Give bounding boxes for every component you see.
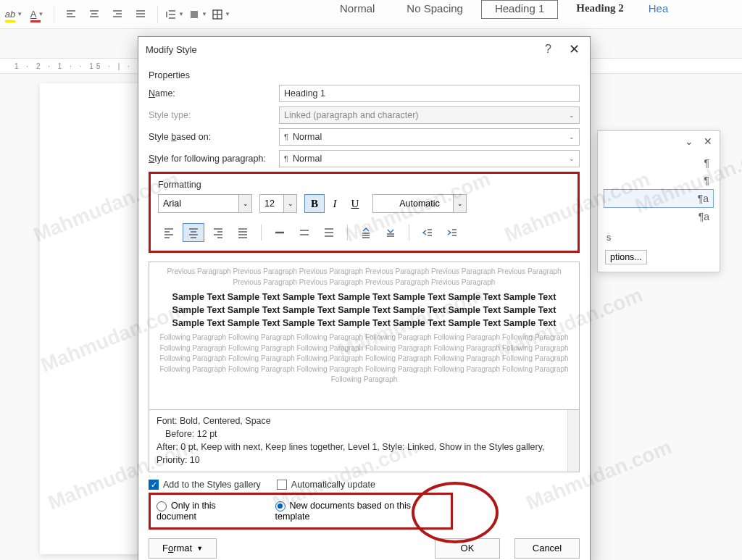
cancel-button[interactable]: Cancel [514, 538, 580, 559]
styles-pane: ⌄ ✕ ¶ ¶ ¶a ¶a s ptions... [597, 130, 720, 272]
following-label: Style for following paragraph: [149, 154, 279, 164]
pane-style-item[interactable]: ¶ [604, 154, 714, 172]
following-select[interactable]: ¶Normal⌄ [279, 150, 580, 167]
align-justify-button[interactable] [232, 223, 254, 242]
highlight-color-button[interactable]: ab▼ [4, 5, 23, 24]
italic-button[interactable]: I [325, 194, 345, 213]
align-left-button[interactable] [158, 223, 180, 242]
style-type-select: Linked (paragraph and character)⌄ [279, 106, 580, 124]
scope-radio-highlight-box: Only in this document New documents base… [149, 493, 453, 530]
underline-button[interactable]: U [345, 194, 365, 213]
style-heading1[interactable]: Heading 1 [481, 0, 558, 19]
align-left-button[interactable] [62, 5, 80, 24]
pane-style-item-selected[interactable]: ¶a [604, 189, 714, 208]
chevron-down-icon[interactable]: ⌄ [685, 135, 693, 147]
name-label: Name: [149, 88, 279, 99]
font-size-select[interactable]: 12⌄ [259, 194, 297, 213]
auto-update-checkbox[interactable]: Automatically update [277, 480, 375, 490]
line-spacing-button[interactable]: ▼ [165, 5, 184, 24]
style-normal[interactable]: Normal [326, 0, 388, 19]
format-dropdown-button[interactable]: Format▼ [149, 538, 217, 559]
style-gallery: Normal No Spacing Heading 1 Heading 2 He… [326, 0, 742, 19]
align-right-button[interactable] [108, 5, 127, 24]
align-center-button[interactable] [183, 223, 204, 242]
increase-indent-button[interactable] [441, 223, 463, 242]
style-nospacing[interactable]: No Spacing [393, 0, 477, 19]
modify-style-dialog: Modify Style ? ✕ Properties Name: Headin… [138, 36, 591, 560]
align-justify-button[interactable] [131, 5, 150, 24]
spacing-15-button[interactable] [293, 223, 315, 242]
formatting-highlight-box: Formatting Arial⌄ 12⌄ B I U Automatic⌄ [149, 172, 580, 253]
font-family-select[interactable]: Arial⌄ [158, 194, 252, 213]
shading-button[interactable]: ▼ [188, 5, 207, 24]
pane-style-item[interactable]: ¶ [604, 172, 714, 189]
borders-button[interactable]: ▼ [212, 5, 230, 24]
align-right-button[interactable] [207, 223, 229, 242]
close-icon[interactable]: ✕ [704, 135, 712, 147]
dialog-title: Modify Style [146, 44, 197, 55]
spacing-double-button[interactable] [318, 223, 340, 242]
style-more[interactable]: Hea [642, 0, 683, 19]
bold-button[interactable]: B [304, 194, 325, 213]
close-icon[interactable]: ✕ [566, 41, 583, 57]
help-icon[interactable]: ? [545, 43, 551, 56]
properties-section-label: Properties [149, 70, 580, 80]
space-before-decrease-button[interactable] [380, 223, 401, 242]
style-preview-box: Previous Paragraph Previous Paragraph Pr… [149, 262, 580, 410]
spacing-single-button[interactable] [269, 223, 291, 242]
decrease-indent-button[interactable] [417, 223, 438, 242]
preview-following-text: Following Paragraph Following Paragraph … [159, 333, 569, 385]
scrollbar[interactable] [567, 410, 579, 472]
style-description: Font: Bold, Centered, Space Before: 12 p… [149, 410, 580, 472]
new-docs-template-radio[interactable]: New documents based on this template [275, 501, 445, 522]
ok-button[interactable]: OK [435, 538, 500, 559]
add-to-gallery-checkbox[interactable]: ✓Add to the Styles gallery [149, 480, 261, 490]
only-this-doc-radio[interactable]: Only in this document [157, 501, 257, 522]
space-before-increase-button[interactable] [355, 223, 377, 242]
based-on-select[interactable]: ¶Normal⌄ [279, 128, 580, 146]
style-type-label: Style type: [149, 110, 279, 120]
font-color-select[interactable]: Automatic⌄ [372, 194, 467, 213]
style-heading2[interactable]: Heading 2 [562, 0, 637, 19]
name-input[interactable]: Heading 1 [279, 85, 580, 102]
pane-row: s [598, 228, 720, 247]
preview-sample-text: Sample Text Sample Text Sample Text Samp… [159, 291, 569, 330]
preview-previous-text: Previous Paragraph Previous Paragraph Pr… [159, 267, 569, 288]
based-on-label: Style based on: [149, 132, 279, 142]
align-center-button[interactable] [85, 5, 104, 24]
pane-style-item[interactable]: ¶a [604, 208, 714, 225]
formatting-section-label: Formatting [158, 180, 570, 190]
pane-options-button[interactable]: ptions... [605, 250, 647, 264]
font-color-button[interactable]: A▼ [28, 5, 46, 24]
